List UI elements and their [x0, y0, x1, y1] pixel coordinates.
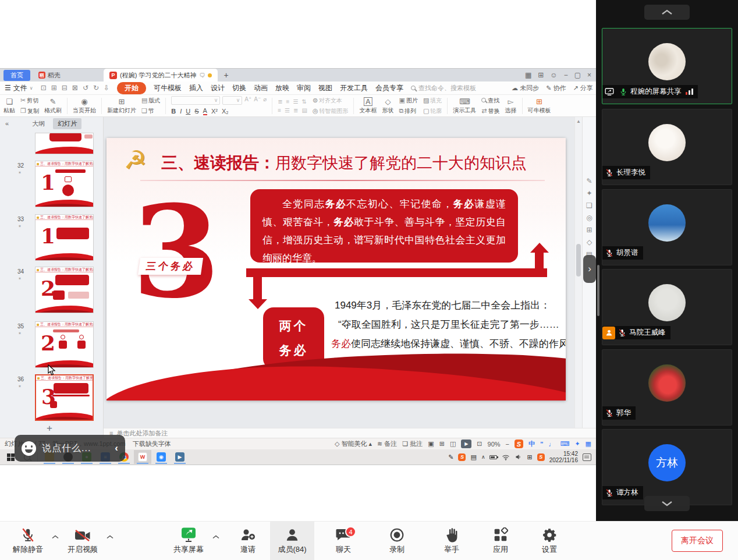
- slide-thumbnail-32[interactable]: 三、速读报告：用数字快速了解党的二十大的知识点 1: [35, 161, 94, 207]
- font-size-select[interactable]: ∨: [222, 96, 242, 105]
- undo-icon[interactable]: ↺: [83, 84, 88, 92]
- share-options-chevron[interactable]: [211, 535, 221, 539]
- tab-home[interactable]: 首页: [3, 70, 30, 81]
- scroll-up-icon[interactable]: ▲: [575, 117, 582, 124]
- shape-button[interactable]: ◇形状: [382, 98, 393, 114]
- adjust-tool-icon[interactable]: ✦: [583, 189, 596, 197]
- outline-tab[interactable]: 大纲: [32, 119, 45, 128]
- chat-button[interactable]: 聊天 4: [321, 522, 366, 560]
- image-tool-icon[interactable]: ⊞: [583, 226, 596, 234]
- ime-keyboard-icon[interactable]: ⌨: [560, 440, 569, 448]
- scroll-participants-down-button[interactable]: [644, 496, 690, 511]
- select-button[interactable]: ▻选择: [505, 98, 517, 114]
- ime-cn-icon[interactable]: 中: [528, 440, 535, 448]
- tab-docer[interactable]: 稻稻壳: [30, 69, 69, 81]
- raise-hand-button[interactable]: 举手: [430, 522, 474, 560]
- menu-member[interactable]: 会员专享: [375, 83, 403, 93]
- participant-tile[interactable]: 马院王威峰: [602, 269, 732, 345]
- slide-thumbnail-33[interactable]: 三、速读报告：用数字快速了解党的二十大的知识点 1: [35, 214, 94, 261]
- participant-tile-sharing[interactable]: 程婉的屏幕共享: [602, 28, 732, 104]
- emoji-icon[interactable]: [22, 441, 36, 456]
- video-options-chevron[interactable]: [105, 535, 115, 539]
- copy-button[interactable]: ❐复制: [20, 107, 39, 115]
- subscript-button[interactable]: X₂: [222, 108, 229, 115]
- keniu-template-button[interactable]: ⊞可牛模板: [528, 98, 551, 114]
- restore-button[interactable]: ▢: [574, 71, 581, 79]
- slide-thumbnail-34[interactable]: 三、速读报告：用数字快速了解党的二十大的知识点 2: [35, 267, 94, 313]
- new-tab-button[interactable]: +: [223, 70, 228, 80]
- taskbar-meeting[interactable]: ◉: [152, 450, 170, 464]
- unmute-button[interactable]: 解除静音: [6, 522, 50, 560]
- indent-icon[interactable]: ☰: [293, 98, 298, 105]
- beautify-button[interactable]: ◇ 智能美化 ▴: [335, 440, 372, 448]
- find-button[interactable]: 查找: [481, 97, 499, 105]
- grid-view-icon[interactable]: ⊞: [538, 71, 544, 79]
- to-smartart-button[interactable]: ◎转智能图形: [313, 107, 349, 115]
- canvas-scrollbar[interactable]: ▲: [574, 117, 582, 428]
- notes-bar[interactable]: ≡单击此处添加备注: [104, 428, 596, 438]
- ime-toolbox-icon[interactable]: ▦: [586, 440, 591, 448]
- zoom-level[interactable]: 90%: [488, 441, 501, 448]
- add-slide-button[interactable]: +: [47, 423, 52, 434]
- menu-review[interactable]: 审阅: [297, 83, 311, 93]
- location-tool-icon[interactable]: ◇: [583, 238, 596, 246]
- paste-button[interactable]: ❏粘贴: [3, 98, 15, 114]
- command-search[interactable]: 查找命令、搜索模板: [411, 84, 504, 93]
- copy-tool-icon[interactable]: ❏: [583, 201, 596, 210]
- leave-meeting-button[interactable]: 离开会议: [672, 530, 723, 552]
- sorter-view-icon[interactable]: ⊞: [439, 440, 445, 448]
- members-button[interactable]: 成员(84): [270, 522, 314, 560]
- sidebar-expand-handle[interactable]: ›: [583, 255, 596, 283]
- slide-thumbnail-partial[interactable]: [35, 133, 94, 154]
- sogou-tray-icon[interactable]: S: [458, 453, 466, 461]
- style-tool-icon[interactable]: ✎: [583, 177, 596, 185]
- participant-tile[interactable]: 方林 谭方林: [602, 429, 732, 505]
- play-from-page-button[interactable]: ◉当页开始: [73, 98, 96, 114]
- battery-icon[interactable]: [489, 455, 497, 459]
- arrange-button[interactable]: ⧉排列: [399, 107, 416, 115]
- sogou-tray-icon2[interactable]: S: [537, 453, 545, 461]
- volume-icon[interactable]: [515, 453, 522, 460]
- tablet-tray-icon[interactable]: ▤: [470, 453, 476, 461]
- apps-button[interactable]: 应用: [478, 522, 523, 560]
- help-tool-icon[interactable]: ◎: [583, 214, 596, 222]
- assistant-icon[interactable]: ☺: [550, 71, 557, 79]
- ime-skin-icon[interactable]: ✦: [574, 440, 580, 448]
- share-screen-button[interactable]: 共享屏幕: [166, 522, 211, 560]
- zoom-out-icon[interactable]: −: [506, 441, 509, 448]
- tray-expand-icon[interactable]: ∧: [481, 454, 485, 460]
- strike-button[interactable]: S: [194, 108, 198, 115]
- align-text-button[interactable]: ⊜对齐文本: [313, 97, 342, 105]
- ime-tray-icon[interactable]: ⊞: [527, 453, 532, 461]
- collab-button[interactable]: ✎ 协作: [546, 84, 566, 93]
- file-menu[interactable]: ☰文件∨: [5, 83, 33, 93]
- chat-input[interactable]: 说点什么...: [42, 442, 91, 455]
- menu-design[interactable]: 设计: [211, 83, 225, 93]
- close-button[interactable]: ×: [587, 71, 591, 79]
- replace-button[interactable]: ⇄替换: [481, 107, 499, 115]
- taskbar-player[interactable]: ▶: [171, 450, 189, 464]
- menu-slideshow[interactable]: 放映: [275, 83, 289, 93]
- more-icon[interactable]: ⇩: [104, 84, 109, 92]
- format-painter-button[interactable]: ✎格式刷: [44, 98, 62, 114]
- textbox-button[interactable]: 🄰文本框: [359, 98, 377, 114]
- record-button[interactable]: 录制: [375, 522, 419, 560]
- shrink-font-icon[interactable]: A⁻: [254, 96, 261, 105]
- slide-36[interactable]: ☭ 三、速读报告：用数字快速了解党的二十大的知识点 3 三个务必 全党同志务必不…: [107, 138, 566, 400]
- menu-devtools[interactable]: 开发工具: [340, 83, 368, 93]
- outline-button[interactable]: ▢轮廓: [423, 107, 442, 115]
- font-color-button[interactable]: A: [203, 107, 207, 115]
- participant-tile[interactable]: 郭华: [602, 349, 732, 426]
- section-button[interactable]: ❏节: [141, 107, 154, 115]
- presentation-tools-button[interactable]: ⌨演示工具: [453, 98, 476, 114]
- save-icon[interactable]: ⊡: [41, 84, 47, 92]
- scroll-participants-up-button[interactable]: [644, 5, 690, 20]
- justify-icon[interactable]: ▤: [301, 107, 307, 114]
- settings-button[interactable]: 设置: [527, 522, 572, 560]
- slide-thumbnail-35[interactable]: 三、速读报告：用数字快速了解党的二十大的知识点 2: [35, 321, 94, 368]
- align-left-icon[interactable]: ≡: [278, 107, 281, 114]
- split-view-icon[interactable]: ▦: [525, 71, 531, 79]
- layout-button[interactable]: ▤版式: [141, 97, 160, 105]
- notification-center-icon[interactable]: [583, 453, 591, 461]
- grow-font-icon[interactable]: A⁺: [244, 96, 251, 105]
